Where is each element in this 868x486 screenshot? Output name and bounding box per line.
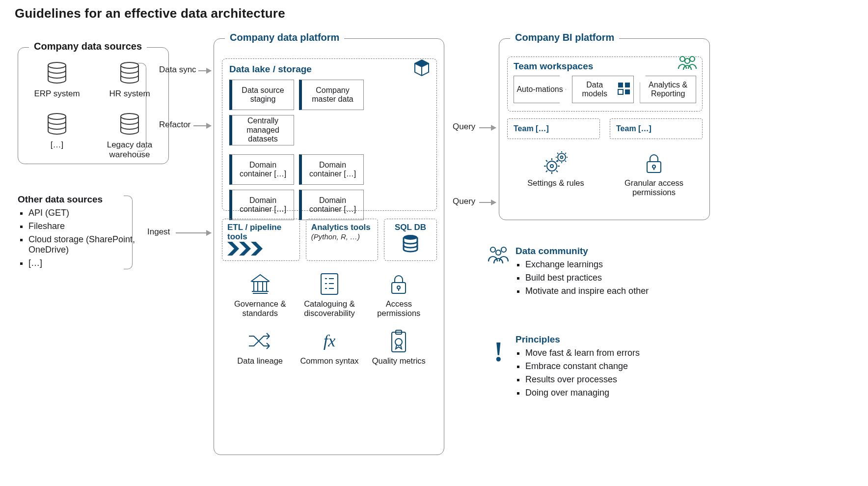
svg-point-10 [395, 339, 402, 345]
bank-icon [228, 271, 292, 297]
svg-point-20 [558, 153, 566, 161]
svg-point-4 [404, 235, 417, 240]
principle-item: Move fast & learn from errors [525, 348, 722, 358]
svg-rect-16 [625, 89, 630, 94]
source-legacy-dw: Legacy data warehouse [103, 112, 157, 160]
dl-domain-container: Domain container […] [229, 154, 294, 185]
principle-item: Doing over managing [525, 388, 722, 398]
lock-icon [367, 271, 431, 297]
arrow-icon [176, 232, 211, 233]
people-icon [677, 54, 698, 74]
dl-domain-container: Domain container […] [299, 154, 364, 185]
community-item: Motivate and inspire each other [525, 286, 722, 296]
flow-label-query: Query [453, 122, 475, 132]
svg-point-23 [652, 165, 655, 168]
source-more: […] [30, 112, 84, 160]
company-sources-title: Company data sources [29, 41, 147, 52]
flow-label-query: Query [453, 197, 475, 206]
arrow-icon [198, 70, 211, 71]
lock-icon [612, 150, 696, 176]
svg-point-19 [550, 165, 553, 168]
bi-feature-settings: Settings & rules [519, 150, 593, 197]
other-sources-title: Other data sources [18, 194, 169, 205]
company-data-platform-panel: Company data platform Data lake / storag… [214, 38, 444, 455]
flow-label-ingest: Ingest [147, 227, 170, 237]
list-icon [297, 271, 361, 297]
database-icon [44, 60, 70, 87]
clipboard-badge-icon [367, 328, 431, 354]
fx-icon: fx [297, 328, 361, 354]
tw-data-models: Data models [572, 76, 634, 103]
arrow-icon [479, 202, 496, 203]
svg-point-25 [501, 247, 506, 252]
svg-rect-17 [618, 89, 623, 94]
bi-feature-granular-access: Granular access permissions [612, 150, 696, 197]
feature-access-permissions: Access permissions [367, 271, 431, 318]
data-lake-section: Data lake / storage Data source staging … [222, 58, 437, 211]
other-source-item: Cloud storage (SharePoint, OneDrive) [28, 234, 169, 255]
dl-box-master: Company master data [299, 80, 364, 110]
team-workspaces-section: Team workspaces Auto-mations Data models… [507, 57, 703, 112]
flow-label-refactor: Refactor [159, 120, 190, 130]
svg-rect-15 [625, 83, 630, 87]
dl-domain-container: Domain container […] [299, 190, 364, 220]
dl-box-central: Centrally managed datasets [229, 115, 294, 145]
platform-title: Company data platform [225, 32, 344, 43]
analytics-tools-card: Analytics tools (Python, R, …) [306, 219, 378, 261]
community-item: Build best practices [525, 273, 722, 283]
principles-section: ! Principles Move fast & learn from erro… [515, 334, 722, 401]
svg-point-0 [48, 62, 66, 68]
gears-icon [519, 150, 593, 176]
people-icon [486, 245, 511, 269]
feature-cataloguing: Cataloguing & discoverability [297, 271, 361, 318]
team-placeholder: Team […] [610, 118, 703, 139]
svg-point-21 [561, 156, 563, 159]
tw-automations: Auto-mations [514, 76, 566, 103]
feature-quality: Quality metrics [367, 328, 431, 366]
community-title: Data community [515, 246, 722, 257]
svg-point-11 [680, 57, 685, 61]
svg-rect-6 [392, 283, 406, 293]
bracket-icon [124, 196, 133, 269]
page-title: Guidelines for an effective data archite… [15, 6, 285, 21]
community-item: Exchange learnings [525, 259, 722, 270]
svg-point-3 [121, 114, 138, 119]
svg-rect-14 [618, 83, 623, 87]
principles-title: Principles [515, 334, 722, 345]
tools-row: ETL / pipeline tools Analytics tools (Py… [222, 219, 437, 261]
database-icon [389, 234, 432, 256]
svg-point-13 [685, 58, 690, 63]
source-hr: HR system [103, 60, 157, 109]
flow-label-sync: Data sync [159, 65, 196, 75]
chevrons-icon [227, 242, 264, 257]
bi-title: Company BI platform [510, 32, 619, 43]
principle-item: Results over processes [525, 374, 722, 385]
team-workspaces-title: Team workspaces [514, 61, 593, 71]
svg-point-24 [490, 247, 495, 252]
svg-rect-22 [647, 162, 661, 172]
database-icon [44, 112, 70, 138]
svg-point-2 [48, 114, 66, 119]
package-icon [412, 58, 432, 80]
principle-item: Embrace constant change [525, 361, 722, 372]
svg-point-12 [690, 57, 695, 61]
feature-lineage: Data lineage [228, 328, 292, 366]
arrow-icon [479, 127, 496, 128]
data-lake-title: Data lake / storage [229, 64, 430, 75]
bracket-icon [137, 63, 146, 151]
feature-governance: Governance & standards [228, 271, 292, 318]
svg-point-18 [547, 161, 557, 171]
svg-point-7 [397, 286, 400, 289]
other-source-item: API (GET) [28, 208, 169, 218]
svg-point-1 [121, 62, 138, 68]
sql-db-card: SQL DB [384, 219, 437, 261]
other-data-sources: Other data sources API (GET) Fileshare C… [18, 194, 169, 271]
team-placeholder: Team […] [507, 118, 600, 139]
etl-tools-card: ETL / pipeline tools [222, 219, 300, 261]
feature-syntax: fx Common syntax [297, 328, 361, 366]
tw-analytics-reporting: Analytics & Reporting [640, 76, 696, 103]
shuffle-icon [228, 328, 292, 354]
data-community-section: Data community Exchange learnings Build … [515, 246, 722, 299]
arrow-icon [193, 125, 211, 126]
source-erp: ERP system [30, 60, 84, 109]
